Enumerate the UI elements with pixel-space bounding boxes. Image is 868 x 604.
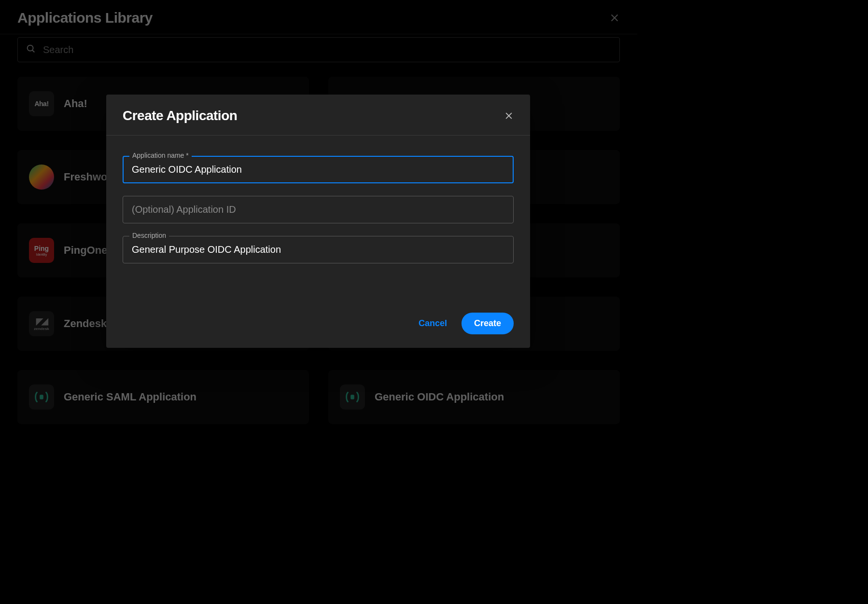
application-name-field[interactable]: [123, 156, 514, 183]
create-button[interactable]: Create: [462, 313, 514, 334]
application-id-field-wrap: [123, 196, 514, 223]
modal-title: Create Application: [123, 108, 237, 124]
close-icon[interactable]: [504, 111, 514, 121]
modal-header: Create Application: [106, 95, 530, 136]
create-application-modal: Create Application Application name * De…: [106, 95, 530, 348]
modal-footer: Cancel Create: [106, 273, 530, 348]
application-name-field-wrap: Application name *: [123, 156, 514, 183]
description-field-wrap: Description: [123, 236, 514, 263]
cancel-button[interactable]: Cancel: [419, 318, 447, 329]
application-id-field[interactable]: [123, 196, 514, 223]
application-name-label: Application name *: [129, 151, 192, 159]
modal-body: Application name * Description: [106, 136, 530, 273]
description-label: Description: [129, 232, 169, 239]
description-field[interactable]: [123, 236, 514, 263]
